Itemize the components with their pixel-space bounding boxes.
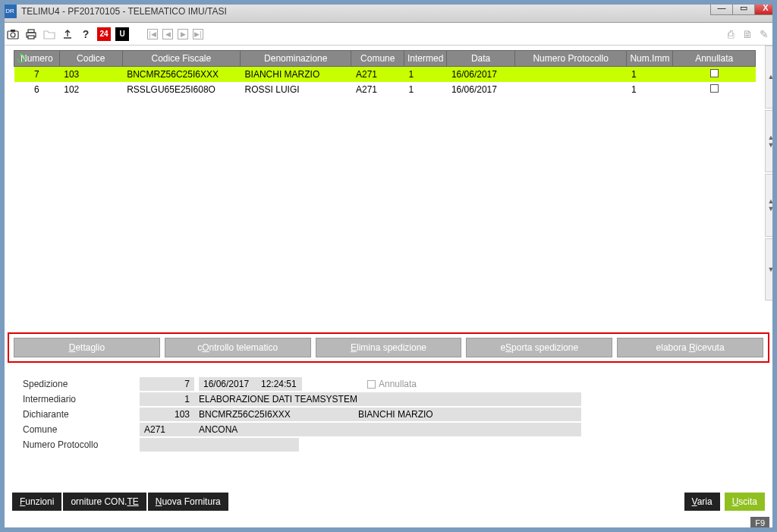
label-intermediario: Intermediario [23,394,140,405]
controllo-button[interactable]: cOntrollo telematico [165,338,311,357]
field-comune-cod[interactable]: A271 [140,423,194,436]
annullata-checkbox[interactable]: Annullata [367,379,417,389]
cell-codice: 102 [59,82,122,97]
forniture-button[interactable]: orniture CON.TE [63,493,146,511]
field-spedizione-data[interactable]: 16/06/2017 [199,377,256,391]
cell-data: 16/06/2017 [447,67,514,83]
label-numero-protocollo: Numero Protocollo [23,439,140,450]
help-icon[interactable]: ? [79,27,93,41]
upload-icon[interactable] [61,27,74,41]
col-comune[interactable]: Comune [351,51,404,67]
funzioni-button[interactable]: Funzioni [12,493,61,511]
cell-annullata[interactable] [673,82,756,97]
cell-numero_protocollo [514,67,627,83]
label-comune: Comune [23,424,140,435]
col-num-imm[interactable]: Num.Imm [627,51,673,67]
field-dichiarante-nome[interactable]: BIANCHI MARZIO [354,408,581,421]
elimina-button[interactable]: Elimina spedizione [316,338,462,357]
actions-bar: Dettaglio cOntrollo telematico Elimina s… [8,332,769,363]
document-icon[interactable]: 🗎 [741,27,754,41]
checkbox-icon [710,84,719,93]
statusbar: F9 [750,515,769,529]
camera-icon[interactable] [6,27,20,41]
scrollbar-stub[interactable]: ▲ ▲▼ ▲▼ ▼ [765,46,777,302]
cell-numero_protocollo [514,82,627,97]
esporta-button[interactable]: eSporta spedizione [466,338,612,357]
field-comune-desc[interactable]: ANCONA [194,423,581,436]
export-icon[interactable]: ⎙ [724,27,738,41]
maximize-button[interactable]: ▭ [732,0,755,15]
cell-comune: A271 [351,67,404,83]
uscita-button[interactable]: Uscita [725,493,765,511]
checkbox-icon [710,69,719,77]
close-button[interactable]: X [754,0,777,15]
brand-24-icon[interactable]: 24 [97,27,111,41]
cell-annullata[interactable] [673,67,756,83]
table-area: Numero Codice Codice Fiscale Denominazio… [0,46,777,302]
toolbar: ? 24 U |◀ ◀ ▶ ▶| ⎙ 🗎 ✎ [0,23,777,46]
table-row[interactable]: 6102RSSLGU65E25I608OROSSI LUIGIA271116/0… [14,82,756,97]
field-dichiarante-cf[interactable]: BNCMRZ56C25I6XXX [194,408,354,421]
field-spedizione-num[interactable]: 7 [140,377,194,391]
col-codice-fiscale[interactable]: Codice Fiscale [122,51,240,67]
field-dichiarante-num[interactable]: 103 [140,408,194,421]
spedizioni-table: Numero Codice Codice Fiscale Denominazio… [14,50,756,97]
svg-rect-5 [28,36,34,39]
nav-first-icon[interactable]: |◀ [147,29,158,39]
app-icon: DR [3,5,17,18]
field-intermediario-desc[interactable]: ELABORAZIONE DATI TEAMSYSTEM [194,392,581,406]
col-codice[interactable]: Codice [59,51,122,67]
cell-numero: 6 [14,82,60,97]
col-intermed[interactable]: Intermed [404,51,447,67]
ricevuta-button[interactable]: elabora Ricevuta [617,338,763,357]
cell-denominazione: ROSSI LUIGI [241,82,351,97]
col-numero[interactable]: Numero [14,51,60,67]
table-row[interactable]: 7103BNCMRZ56C25I6XXXBIANCHI MARZIOA27111… [14,67,756,83]
folder-icon[interactable] [42,27,56,41]
cell-codice: 103 [59,67,122,83]
cell-numero: 7 [14,67,60,83]
nav-next-icon[interactable]: ▶ [178,29,188,39]
checkbox-icon [367,380,376,389]
dettaglio-button[interactable]: Dettaglio [14,338,160,357]
col-data[interactable]: Data [447,51,514,67]
nuova-fornitura-button[interactable]: Nuova Fornitura [148,493,228,511]
edit-icon[interactable]: ✎ [757,27,771,41]
window-title: TELIMU4 - PF20170105 - TELEMATICO IMU/TA… [21,6,227,17]
nav-prev-icon[interactable]: ◀ [162,29,173,39]
cell-denominazione: BIANCHI MARZIO [241,67,351,83]
col-numero-protocollo[interactable]: Numero Protocollo [514,51,627,67]
field-numero-protocollo[interactable] [140,438,299,452]
cell-intermed: 1 [404,67,447,83]
cell-num_imm: 1 [627,67,673,83]
table-header-row: Numero Codice Codice Fiscale Denominazio… [14,51,756,67]
svg-point-1 [11,33,15,37]
col-annullata[interactable]: Annullata [673,51,756,67]
field-intermediario-num[interactable]: 1 [140,392,194,406]
cell-codice_fiscale: RSSLGU65E25I608O [122,82,240,97]
f9-indicator: F9 [750,517,769,529]
svg-rect-4 [28,30,34,33]
cell-num_imm: 1 [627,82,673,97]
print-icon[interactable] [24,27,38,41]
nav-last-icon[interactable]: ▶| [193,29,203,39]
cell-codice_fiscale: BNCMRZ56C25I6XXX [122,67,240,83]
varia-button[interactable]: Varia [684,493,720,511]
cell-data: 16/06/2017 [447,82,514,97]
detail-form: Spedizione 7 16/06/2017 12:24:51 Annulla… [0,363,777,466]
col-denominazione[interactable]: Denominazione [241,51,351,67]
minimize-button[interactable]: — [710,0,733,15]
titlebar: DR TELIMU4 - PF20170105 - TELEMATICO IMU… [0,0,777,23]
brand-u-icon[interactable]: U [115,27,129,41]
label-dichiarante: Dichiarante [23,409,140,420]
bottombar: Funzioni orniture CON.TE Nuova Fornitura… [12,493,765,511]
field-spedizione-ora[interactable]: 12:24:51 [256,377,302,391]
svg-rect-2 [11,30,15,32]
label-spedizione: Spedizione [23,379,140,389]
cell-intermed: 1 [404,82,447,97]
cell-comune: A271 [351,82,404,97]
